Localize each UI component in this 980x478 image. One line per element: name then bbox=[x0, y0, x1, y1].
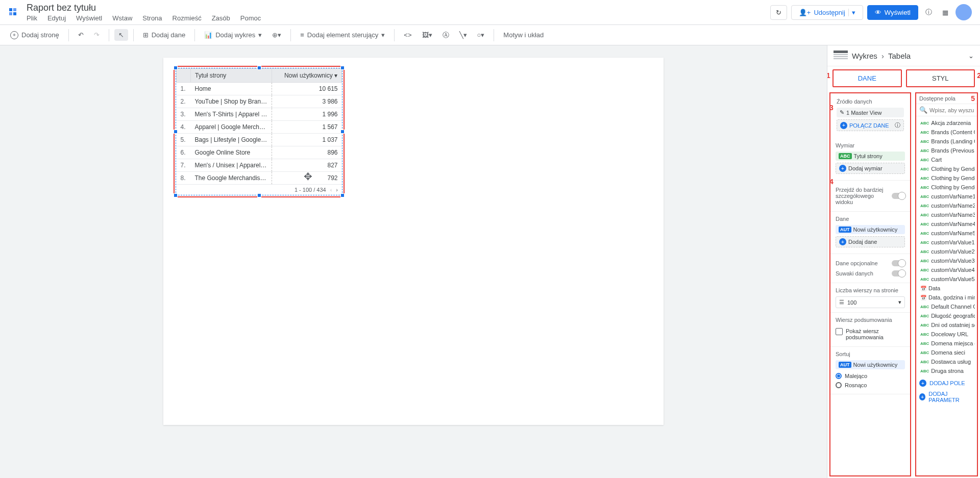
add-chart-button[interactable]: 📊 Dodaj wykres ▾ bbox=[200, 29, 266, 41]
field-search-input[interactable] bbox=[929, 107, 974, 113]
pencil-icon: ✎ bbox=[840, 109, 844, 116]
field-item[interactable]: ABCDruga strona bbox=[918, 366, 975, 375]
table-chart-selected[interactable]: Tytuł strony Nowi użytkownicy ▾ 1.Home10… bbox=[174, 66, 345, 197]
user-avatar[interactable] bbox=[955, 4, 972, 20]
tab-data[interactable]: DANE bbox=[832, 69, 902, 87]
sort-field-chip[interactable]: AUT Nowi użytkownicy bbox=[836, 360, 905, 369]
field-item[interactable]: ABCcustomVarName4 bbox=[918, 219, 975, 229]
add-metric-button[interactable]: + Dodaj dane bbox=[836, 236, 905, 247]
collapse-icon[interactable]: ⌄ bbox=[968, 52, 974, 60]
menu-insert[interactable]: Wstaw bbox=[112, 14, 132, 22]
resize-handle[interactable] bbox=[257, 66, 261, 70]
field-item[interactable]: ABCcustomVarValue2 bbox=[918, 247, 975, 256]
canvas[interactable]: Tytuł strony Nowi użytkownicy ▾ 1.Home10… bbox=[0, 45, 827, 478]
menu-view[interactable]: Wyświetl bbox=[76, 14, 102, 22]
field-item[interactable]: ABCcustomVarName5 bbox=[918, 229, 975, 238]
field-item[interactable]: ABCDługość geograficzna bbox=[918, 311, 975, 320]
field-item[interactable]: ABCcustomVarValue1 bbox=[918, 238, 975, 247]
help-icon[interactable]: ⓘ bbox=[922, 8, 935, 17]
redo-button[interactable]: ↷ bbox=[90, 29, 104, 41]
field-item[interactable]: ABCBrands (Previous Con... bbox=[918, 146, 975, 155]
field-item[interactable]: ABCcustomVarName1 bbox=[918, 192, 975, 201]
menu-resource[interactable]: Zasób bbox=[212, 14, 230, 22]
add-page-button[interactable]: + Dodaj stronę bbox=[6, 29, 63, 41]
field-item[interactable]: ABCDni od ostatniej sesji bbox=[918, 320, 975, 330]
data-source-chip[interactable]: ✎ 1 Master View bbox=[837, 108, 904, 117]
menu-file[interactable]: Plik bbox=[27, 14, 37, 22]
field-item[interactable]: ABCDocelowy URL bbox=[918, 330, 975, 339]
filter-icon: ≡ bbox=[300, 31, 304, 39]
field-item[interactable]: ABCClothing by Gender (L... bbox=[918, 173, 975, 183]
show-summary-checkbox[interactable] bbox=[836, 328, 843, 335]
view-button[interactable]: 👁 Wyświetl bbox=[867, 5, 918, 20]
text-button[interactable]: Ⓐ bbox=[438, 29, 453, 42]
field-item[interactable]: ABCBrands (Content Group) bbox=[918, 128, 975, 137]
field-item[interactable]: ABCDomena miejsca doc... bbox=[918, 339, 975, 348]
field-item[interactable]: ABCAkcja zdarzenia bbox=[918, 118, 975, 128]
add-dimension-button[interactable]: + Dodaj wymiar bbox=[836, 163, 905, 174]
field-item[interactable]: ABCcustomVarName3 bbox=[918, 210, 975, 219]
data-sliders-toggle[interactable] bbox=[892, 270, 905, 276]
field-item[interactable]: ABCcustomVarValue4 bbox=[918, 265, 975, 274]
resize-handle[interactable] bbox=[340, 130, 345, 134]
embed-button[interactable]: <> bbox=[400, 29, 415, 41]
resize-handle[interactable] bbox=[174, 193, 178, 197]
looker-studio-logo bbox=[8, 6, 20, 18]
resize-handle[interactable] bbox=[340, 193, 345, 197]
field-item[interactable]: ABCCart bbox=[918, 155, 975, 164]
field-item[interactable]: ABCcustomVarName2 bbox=[918, 201, 975, 210]
show-summary-label: Pokaż wiersz podsumowania bbox=[846, 328, 905, 340]
image-button[interactable]: 🖼▾ bbox=[418, 29, 436, 41]
add-data-button[interactable]: ⊞ Dodaj dane bbox=[139, 29, 190, 41]
resize-handle[interactable] bbox=[257, 193, 261, 197]
add-parameter-button[interactable]: + DODAJ PARAMETR bbox=[916, 389, 977, 405]
field-item[interactable]: ABCClothing by Gender (P... bbox=[918, 183, 975, 192]
report-title[interactable]: Raport bez tytułu bbox=[27, 3, 261, 13]
table-header-title[interactable]: Tytuł strony bbox=[191, 69, 272, 83]
rows-per-page-select[interactable]: ☰ 100 ▾ bbox=[836, 296, 905, 308]
breadcrumb-chart[interactable]: Wykres bbox=[852, 52, 877, 60]
field-item[interactable]: 📅Data bbox=[918, 284, 975, 293]
community-viz-button[interactable]: ⊕▾ bbox=[268, 29, 285, 41]
theme-button[interactable]: Motyw i układ bbox=[499, 29, 548, 41]
resize-handle[interactable] bbox=[174, 130, 178, 134]
resize-handle[interactable] bbox=[174, 66, 178, 70]
dimension-field-label: Tytuł strony bbox=[854, 153, 883, 159]
refresh-button[interactable]: ↻ bbox=[770, 5, 787, 20]
menu-arrange[interactable]: Rozmieść bbox=[173, 14, 202, 22]
drill-down-toggle[interactable] bbox=[892, 193, 905, 199]
prev-page-button[interactable]: ‹ bbox=[330, 187, 332, 193]
undo-button[interactable]: ↶ bbox=[74, 29, 88, 41]
sort-desc-radio[interactable]: Malejąco bbox=[836, 371, 905, 381]
field-item[interactable]: ABCDomena sieci bbox=[918, 348, 975, 357]
field-item[interactable]: ABCDefault Channel Grou... bbox=[918, 302, 975, 311]
field-item[interactable]: ABCBrands (Landing Cont... bbox=[918, 137, 975, 146]
sort-asc-radio[interactable]: Rosnąco bbox=[836, 381, 905, 390]
add-control-button[interactable]: ≡ Dodaj element sterujący ▾ bbox=[296, 29, 389, 41]
line-button[interactable]: ╲▾ bbox=[455, 29, 471, 41]
field-item[interactable]: ABCClothing by Gender (C... bbox=[918, 164, 975, 173]
field-item[interactable]: ABCcustomVarValue5 bbox=[918, 274, 975, 284]
dimension-chip[interactable]: ABC Tytuł strony bbox=[836, 152, 905, 161]
share-button[interactable]: 👤+ Udostępnij ▾ bbox=[791, 5, 863, 20]
field-item[interactable]: 📅Data, godzina i minuty bbox=[918, 293, 975, 302]
next-page-button[interactable]: › bbox=[336, 187, 338, 193]
menu-help[interactable]: Pomoc bbox=[240, 14, 261, 22]
apps-icon[interactable]: ▦ bbox=[939, 9, 951, 16]
metric-chip[interactable]: AUT Nowi użytkownicy bbox=[836, 225, 905, 234]
field-item[interactable]: ABCDostawca usług bbox=[918, 357, 975, 366]
table-row: 1.Home10 615 bbox=[177, 83, 342, 95]
field-item[interactable]: ABCcustomVarValue3 bbox=[918, 256, 975, 265]
combine-data-button[interactable]: + POŁĄCZ DANE ⓘ bbox=[837, 119, 904, 131]
menu-page[interactable]: Strona bbox=[142, 14, 162, 22]
shape-button[interactable]: ○▾ bbox=[473, 29, 489, 41]
selection-tool[interactable]: ↖ bbox=[114, 29, 128, 41]
help-icon[interactable]: ⓘ bbox=[895, 121, 900, 129]
tab-style[interactable]: STYL bbox=[906, 69, 975, 87]
table-header-users[interactable]: Nowi użytkownicy ▾ bbox=[272, 69, 341, 83]
add-field-button[interactable]: + DODAJ POLE bbox=[916, 378, 977, 389]
optional-data-toggle[interactable] bbox=[892, 260, 905, 266]
menu-edit[interactable]: Edytuj bbox=[47, 14, 66, 22]
resize-handle[interactable] bbox=[340, 66, 345, 70]
report-page[interactable]: Tytuł strony Nowi użytkownicy ▾ 1.Home10… bbox=[163, 58, 664, 425]
